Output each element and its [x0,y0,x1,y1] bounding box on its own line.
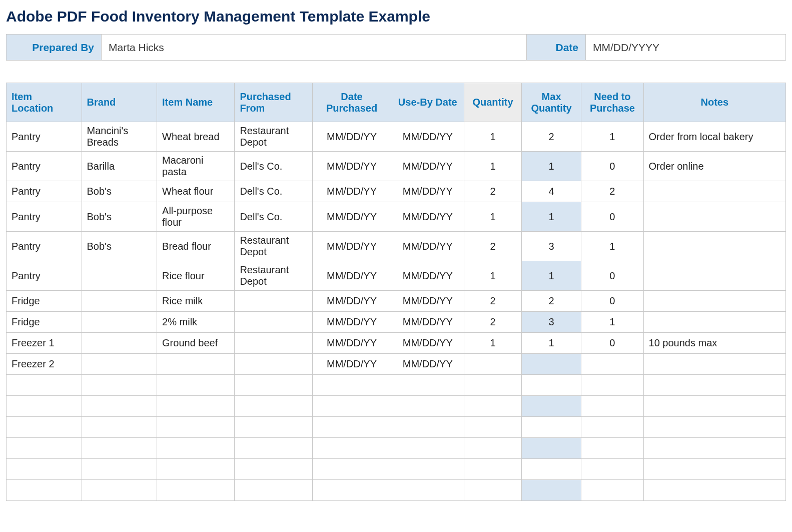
cell-location[interactable] [7,459,82,480]
cell-need-to-purchase[interactable] [581,417,643,438]
cell-item-name[interactable]: All-purpose flour [157,202,235,232]
cell-location[interactable] [7,417,82,438]
cell-need-to-purchase[interactable]: 0 [581,291,643,312]
cell-location[interactable]: Fridge [7,312,82,333]
cell-need-to-purchase[interactable] [581,354,643,375]
cell-brand[interactable] [82,396,157,417]
cell-use-by[interactable]: MM/DD/YY [391,202,464,232]
cell-max-quantity[interactable]: 4 [521,181,581,202]
cell-notes[interactable] [643,202,785,232]
cell-max-quantity[interactable]: 1 [521,202,581,232]
cell-date-purchased[interactable] [312,396,391,417]
cell-quantity[interactable]: 1 [464,122,522,152]
cell-item-name[interactable]: Macaroni pasta [157,152,235,181]
cell-purchased-from[interactable]: Dell's Co. [235,152,312,181]
cell-date-purchased[interactable] [312,375,391,396]
cell-need-to-purchase[interactable] [581,375,643,396]
prepared-by-value[interactable]: Marta Hicks [102,35,527,61]
cell-brand[interactable] [82,459,157,480]
cell-purchased-from[interactable] [235,333,312,354]
cell-need-to-purchase[interactable]: 0 [581,261,643,291]
cell-purchased-from[interactable] [235,459,312,480]
cell-need-to-purchase[interactable]: 0 [581,333,643,354]
cell-item-name[interactable] [157,354,235,375]
cell-use-by[interactable] [391,480,464,501]
cell-notes[interactable] [643,375,785,396]
cell-purchased-from[interactable] [235,417,312,438]
cell-max-quantity[interactable] [521,354,581,375]
cell-date-purchased[interactable] [312,459,391,480]
cell-need-to-purchase[interactable] [581,459,643,480]
cell-brand[interactable] [82,312,157,333]
cell-purchased-from[interactable] [235,375,312,396]
cell-use-by[interactable]: MM/DD/YY [391,291,464,312]
cell-need-to-purchase[interactable] [581,480,643,501]
cell-item-name[interactable]: Bread flour [157,232,235,261]
cell-max-quantity[interactable] [521,375,581,396]
cell-item-name[interactable] [157,396,235,417]
cell-max-quantity[interactable] [521,480,581,501]
cell-need-to-purchase[interactable]: 0 [581,202,643,232]
cell-notes[interactable] [643,181,785,202]
cell-quantity[interactable]: 2 [464,312,522,333]
cell-item-name[interactable]: Rice milk [157,291,235,312]
cell-date-purchased[interactable]: MM/DD/YY [312,291,391,312]
cell-purchased-from[interactable]: Restaurant Depot [235,261,312,291]
cell-use-by[interactable]: MM/DD/YY [391,232,464,261]
cell-date-purchased[interactable] [312,438,391,459]
cell-use-by[interactable]: MM/DD/YY [391,312,464,333]
cell-location[interactable]: Pantry [7,261,82,291]
cell-date-purchased[interactable] [312,480,391,501]
cell-notes[interactable] [643,396,785,417]
cell-date-purchased[interactable]: MM/DD/YY [312,122,391,152]
cell-brand[interactable] [82,354,157,375]
cell-quantity[interactable]: 2 [464,291,522,312]
cell-date-purchased[interactable]: MM/DD/YY [312,333,391,354]
cell-notes[interactable]: Order online [643,152,785,181]
cell-location[interactable] [7,438,82,459]
cell-item-name[interactable] [157,480,235,501]
cell-max-quantity[interactable]: 2 [521,291,581,312]
cell-quantity[interactable]: 1 [464,261,522,291]
cell-use-by[interactable]: MM/DD/YY [391,261,464,291]
cell-quantity[interactable] [464,438,522,459]
cell-purchased-from[interactable] [235,438,312,459]
cell-use-by[interactable]: MM/DD/YY [391,333,464,354]
cell-use-by[interactable] [391,459,464,480]
cell-purchased-from[interactable] [235,480,312,501]
date-value[interactable]: MM/DD/YYYY [586,35,786,61]
cell-notes[interactable]: Order from local bakery [643,122,785,152]
cell-quantity[interactable] [464,480,522,501]
cell-location[interactable]: Freezer 2 [7,354,82,375]
cell-item-name[interactable] [157,459,235,480]
cell-location[interactable] [7,480,82,501]
cell-item-name[interactable] [157,438,235,459]
cell-location[interactable]: Pantry [7,122,82,152]
cell-use-by[interactable] [391,375,464,396]
cell-date-purchased[interactable] [312,417,391,438]
cell-location[interactable]: Pantry [7,181,82,202]
cell-purchased-from[interactable] [235,312,312,333]
cell-purchased-from[interactable] [235,354,312,375]
cell-need-to-purchase[interactable] [581,438,643,459]
cell-need-to-purchase[interactable]: 1 [581,312,643,333]
cell-quantity[interactable]: 1 [464,152,522,181]
cell-quantity[interactable]: 2 [464,181,522,202]
cell-item-name[interactable]: Wheat flour [157,181,235,202]
cell-brand[interactable] [82,438,157,459]
cell-purchased-from[interactable]: Dell's Co. [235,181,312,202]
cell-max-quantity[interactable]: 1 [521,333,581,354]
cell-date-purchased[interactable]: MM/DD/YY [312,354,391,375]
cell-date-purchased[interactable]: MM/DD/YY [312,261,391,291]
cell-max-quantity[interactable]: 2 [521,122,581,152]
cell-max-quantity[interactable]: 1 [521,261,581,291]
cell-need-to-purchase[interactable]: 1 [581,122,643,152]
cell-item-name[interactable]: Ground beef [157,333,235,354]
cell-purchased-from[interactable]: Restaurant Depot [235,122,312,152]
cell-notes[interactable] [643,438,785,459]
cell-max-quantity[interactable]: 3 [521,232,581,261]
cell-max-quantity[interactable]: 3 [521,312,581,333]
cell-max-quantity[interactable] [521,438,581,459]
cell-location[interactable] [7,396,82,417]
cell-quantity[interactable]: 1 [464,333,522,354]
